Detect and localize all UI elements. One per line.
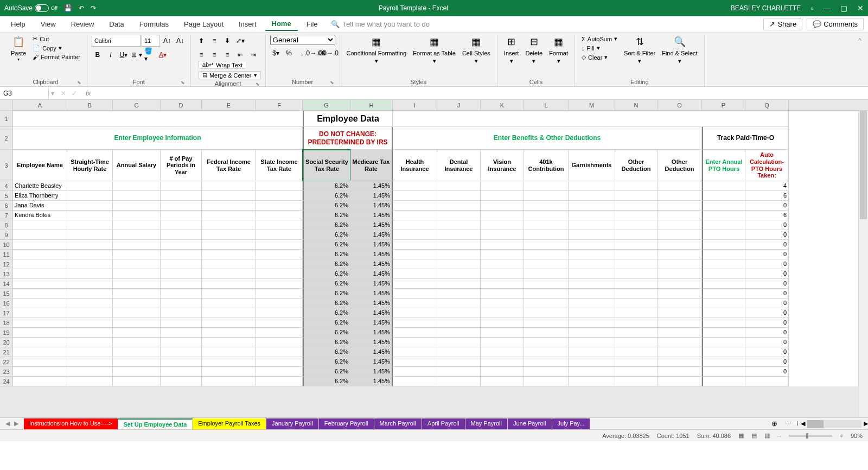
header-cell[interactable]: Social Security Tax Rate [303, 150, 350, 181]
align-middle-icon[interactable]: ≡ [208, 35, 220, 47]
cell[interactable] [256, 269, 303, 279]
row-head-10[interactable]: 10 [0, 240, 13, 250]
cell[interactable] [569, 250, 615, 259]
cell[interactable] [113, 250, 161, 259]
cell[interactable] [615, 259, 658, 269]
zoom-level[interactable]: 90% [851, 433, 863, 439]
cell[interactable] [437, 367, 481, 377]
cell[interactable]: 0 [745, 308, 789, 318]
cell[interactable] [113, 230, 161, 240]
col-head-A[interactable]: A [13, 100, 67, 110]
cell[interactable] [702, 191, 745, 201]
cell[interactable] [67, 328, 113, 338]
cell[interactable]: 1.45% [350, 269, 393, 279]
cell[interactable]: 1.45% [350, 201, 393, 211]
cell[interactable]: 4 [745, 181, 789, 191]
cell[interactable]: 0 [745, 338, 789, 347]
cell[interactable] [113, 357, 161, 367]
col-head-F[interactable]: F [256, 100, 303, 110]
cell[interactable] [161, 328, 202, 338]
cell[interactable] [113, 181, 161, 191]
cell[interactable] [393, 191, 437, 201]
cell[interactable] [393, 357, 437, 367]
cell[interactable]: 0 [745, 328, 789, 338]
enter-formula-icon[interactable]: ✓ [72, 90, 77, 97]
cell[interactable]: 0 [745, 269, 789, 279]
cell[interactable] [256, 298, 303, 308]
sort-filter-button[interactable]: ⇅Sort & Filter ▾ [622, 35, 658, 65]
sheet-tab[interactable]: March Payroll [374, 418, 422, 429]
cell[interactable] [256, 308, 303, 318]
row-head-20[interactable]: 20 [0, 338, 13, 347]
cell[interactable] [202, 289, 256, 298]
header-cell[interactable]: Dental Insurance [437, 150, 481, 181]
copy-button[interactable]: 📄Copy ▾ [30, 44, 82, 52]
row-head-21[interactable]: 21 [0, 347, 13, 357]
cell[interactable] [615, 211, 658, 220]
fill-color-icon[interactable]: 🪣▾ [144, 49, 156, 61]
col-head-G[interactable]: G [303, 100, 350, 110]
align-right-icon[interactable]: ≡ [221, 49, 233, 61]
cell[interactable] [615, 269, 658, 279]
cell[interactable]: 1.45% [350, 230, 393, 240]
select-all-corner[interactable] [0, 100, 13, 110]
cell[interactable] [615, 289, 658, 298]
cell[interactable] [13, 259, 67, 269]
sheet-tab[interactable]: April Payroll [422, 418, 465, 429]
cell[interactable] [481, 191, 524, 201]
cell[interactable]: 1.45% [350, 250, 393, 259]
cell[interactable] [161, 367, 202, 377]
menu-view[interactable]: View [34, 18, 62, 30]
font-name-input[interactable] [92, 35, 141, 47]
cell[interactable] [524, 318, 569, 328]
cell[interactable] [569, 338, 615, 347]
menu-home[interactable]: Home [265, 17, 298, 31]
fx-icon[interactable]: fx [81, 90, 95, 97]
cell[interactable]: 1.45% [350, 191, 393, 201]
tab-next-icon[interactable]: ▶ [14, 420, 18, 427]
cell[interactable] [113, 318, 161, 328]
row-head-22[interactable]: 22 [0, 357, 13, 367]
increase-indent-icon[interactable]: ⇥ [247, 49, 259, 61]
cell[interactable] [481, 181, 524, 191]
font-dialog-icon[interactable]: ⬊ [181, 80, 185, 85]
cell[interactable] [524, 357, 569, 367]
cell[interactable] [524, 328, 569, 338]
cell[interactable] [113, 298, 161, 308]
header-cell[interactable]: Enter Annual PTO Hours [702, 150, 745, 181]
align-center-icon[interactable]: ≡ [208, 49, 220, 61]
decrease-decimal-icon[interactable]: .00→.0 [322, 47, 334, 59]
format-cells-button[interactable]: ▦Format ▾ [547, 35, 570, 65]
cell[interactable] [658, 269, 702, 279]
cell[interactable] [481, 279, 524, 289]
cell[interactable] [524, 240, 569, 250]
cell[interactable] [524, 230, 569, 240]
cell[interactable]: 1.45% [350, 347, 393, 357]
cell[interactable] [481, 230, 524, 240]
cell[interactable] [658, 240, 702, 250]
sheet-tab[interactable]: May Payroll [465, 418, 508, 429]
cell[interactable] [67, 211, 113, 220]
cell[interactable] [437, 230, 481, 240]
cell[interactable] [658, 367, 702, 377]
cell[interactable] [13, 318, 67, 328]
share-button[interactable]: ↗Share [763, 18, 802, 30]
cell[interactable] [13, 377, 67, 386]
cell[interactable] [481, 220, 524, 230]
percent-icon[interactable]: % [283, 47, 295, 59]
cell[interactable] [67, 269, 113, 279]
header-cell[interactable]: Garnishments [569, 150, 615, 181]
cell[interactable]: 6.2% [303, 328, 350, 338]
row-head-19[interactable]: 19 [0, 328, 13, 338]
cell-styles-button[interactable]: ▦Cell Styles ▾ [460, 35, 493, 65]
header-cell[interactable]: Annual Salary [113, 150, 161, 181]
cell[interactable] [202, 328, 256, 338]
align-top-icon[interactable]: ⬆ [195, 35, 207, 47]
cell[interactable] [161, 220, 202, 230]
increase-font-icon[interactable]: A↑ [161, 35, 173, 47]
format-as-table-button[interactable]: ▦Format as Table ▾ [411, 35, 458, 65]
cell[interactable] [524, 269, 569, 279]
cell[interactable] [202, 240, 256, 250]
find-select-button[interactable]: 🔍Find & Select ▾ [660, 35, 699, 65]
cell[interactable] [745, 377, 789, 386]
